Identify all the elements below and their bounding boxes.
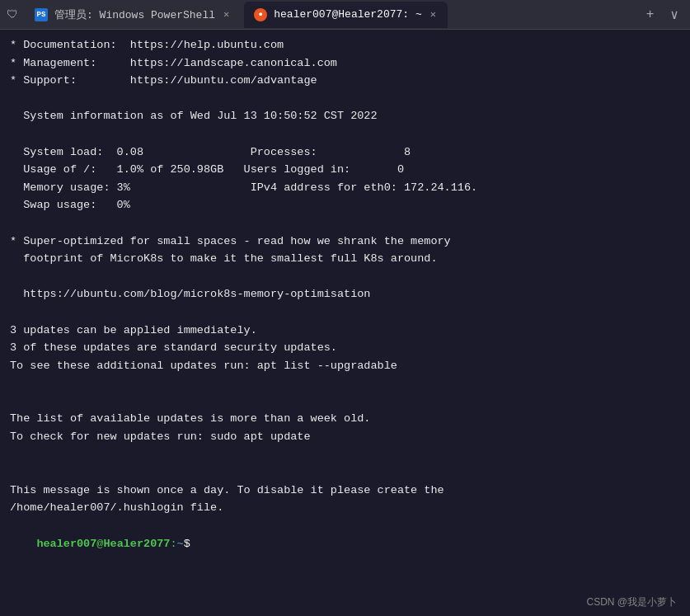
shield-icon: 🛡 <box>7 8 18 21</box>
tab-ubuntu[interactable]: ● healer007@Healer2077: ~ ✕ <box>244 2 448 28</box>
prompt-hostname: Healer2077 <box>103 538 170 550</box>
terminal-line <box>10 90 680 108</box>
titlebar-actions: + ∨ <box>641 5 683 25</box>
tab-powershell-label: 管理员: Windows PowerShell <box>54 7 215 22</box>
tab-ubuntu-close[interactable]: ✕ <box>429 8 438 21</box>
terminal-line <box>10 268 680 286</box>
terminal-line: To see these additional updates run: apt… <box>10 357 680 375</box>
chevron-down-icon[interactable]: ∨ <box>665 5 683 25</box>
terminal-line: Swap usage: 0% <box>10 196 680 214</box>
tab-powershell-close[interactable]: ✕ <box>222 8 231 21</box>
titlebar: 🛡 PS 管理员: Windows PowerShell ✕ ● healer0… <box>0 0 690 30</box>
terminal-line: The list of available updates is more th… <box>10 410 680 428</box>
terminal-line <box>10 393 680 411</box>
terminal-line: * Management: https://landscape.canonica… <box>10 54 680 73</box>
watermark: CSDN @我是小萝卜 <box>586 595 677 609</box>
prompt-path: ~ <box>177 538 184 550</box>
prompt-colon: : <box>170 538 176 550</box>
ubuntu-icon: ● <box>254 8 267 21</box>
terminal-line: System information as of Wed Jul 13 10:5… <box>10 107 680 125</box>
prompt-username: healer007 <box>36 538 96 550</box>
prompt-dollar: $ <box>184 538 190 550</box>
terminal-line <box>10 446 680 464</box>
terminal-line: System load: 0.08 Processes: 8 <box>10 143 680 162</box>
terminal-line: 3 of these updates are standard security… <box>10 339 680 357</box>
terminal-line <box>10 463 680 482</box>
terminal-line: * Documentation: https://help.ubuntu.com <box>10 36 680 54</box>
terminal-line: * Super-optimized for small spaces - rea… <box>10 233 680 251</box>
terminal-line: To check for new updates run: sudo apt u… <box>10 428 680 446</box>
terminal-line: /home/healer007/.hushlogin file. <box>10 499 680 517</box>
terminal-prompt-line: healer007@Healer2077:~$ <box>10 517 680 571</box>
terminal-line: Memory usage: 3% IPv4 address for eth0: … <box>10 179 680 197</box>
terminal-line <box>10 303 680 322</box>
terminal-line: Usage of /: 1.0% of 250.98GB Users logge… <box>10 161 680 179</box>
terminal-line: * Support: https://ubuntu.com/advantage <box>10 72 680 90</box>
tab-ubuntu-label: healer007@Healer2077: ~ <box>274 8 421 21</box>
terminal-line: 3 updates can be applied immediately. <box>10 322 680 340</box>
new-tab-button[interactable]: + <box>641 6 659 24</box>
terminal-line: https://ubuntu.com/blog/microk8s-memory-… <box>10 285 680 303</box>
terminal-line <box>10 125 680 143</box>
terminal-content[interactable]: * Documentation: https://help.ubuntu.com… <box>0 30 690 616</box>
terminal-line <box>10 374 680 393</box>
terminal-line <box>10 214 680 233</box>
tab-powershell[interactable]: PS 管理员: Windows PowerShell ✕ <box>25 2 241 28</box>
terminal-line: This message is shown once a day. To dis… <box>10 482 680 500</box>
terminal-line: footprint of MicroK8s to make it the sma… <box>10 250 680 268</box>
powershell-icon: PS <box>35 8 48 21</box>
